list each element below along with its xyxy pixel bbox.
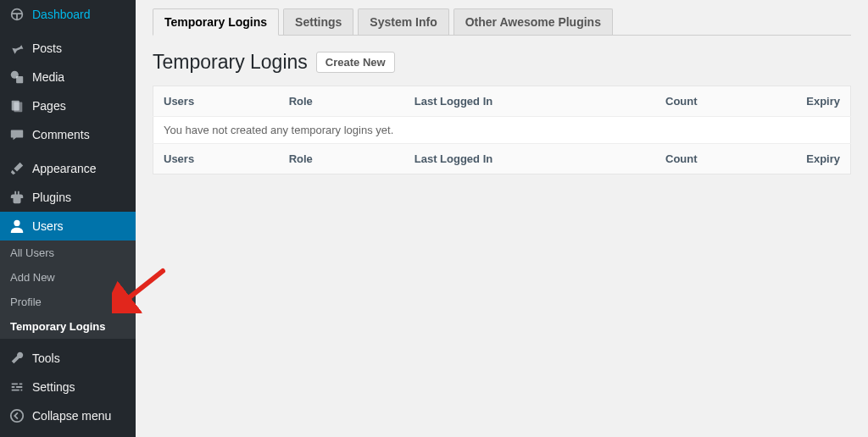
col-users[interactable]: Users bbox=[153, 86, 279, 117]
comment-icon bbox=[8, 126, 25, 143]
tab-label: System Info bbox=[370, 15, 437, 29]
col-role[interactable]: Role bbox=[279, 86, 404, 117]
tab-temporary-logins[interactable]: Temporary Logins bbox=[153, 8, 279, 36]
tab-settings[interactable]: Settings bbox=[283, 8, 353, 35]
empty-message: You have not created any temporary login… bbox=[153, 117, 851, 144]
media-icon bbox=[8, 69, 25, 86]
sidebar-label: Appearance bbox=[32, 162, 97, 175]
submenu-add-new[interactable]: Add New bbox=[0, 265, 136, 290]
sidebar-label: Tools bbox=[32, 351, 60, 365]
col-expiry[interactable]: Expiry bbox=[753, 86, 850, 117]
sidebar-label: Dashboard bbox=[32, 8, 91, 21]
col-expiry[interactable]: Expiry bbox=[753, 144, 850, 174]
sidebar-label: Pages bbox=[32, 99, 66, 113]
table-empty-row: You have not created any temporary login… bbox=[153, 117, 851, 144]
sidebar-item-tools[interactable]: Tools bbox=[0, 344, 136, 373]
submenu-profile[interactable]: Profile bbox=[0, 290, 136, 314]
sidebar-item-users[interactable]: Users bbox=[0, 212, 136, 241]
tab-bar: Temporary Logins Settings System Info Ot… bbox=[153, 0, 851, 36]
pages-icon bbox=[8, 97, 25, 114]
wrench-icon bbox=[8, 350, 25, 367]
pin-icon bbox=[8, 40, 25, 57]
svg-rect-1 bbox=[16, 76, 23, 83]
col-users[interactable]: Users bbox=[153, 144, 279, 174]
tab-system-info[interactable]: System Info bbox=[358, 8, 448, 35]
sidebar-item-collapse[interactable]: Collapse menu bbox=[0, 401, 136, 430]
svg-rect-3 bbox=[14, 102, 22, 113]
tab-label: Settings bbox=[295, 15, 342, 29]
svg-point-5 bbox=[11, 410, 23, 422]
content-area: Temporary Logins Settings System Info Ot… bbox=[136, 0, 868, 191]
submenu-temporary-logins[interactable]: Temporary Logins bbox=[0, 314, 136, 339]
sidebar-item-pages[interactable]: Pages bbox=[0, 91, 136, 120]
tab-other-plugins[interactable]: Other Awesome Plugins bbox=[453, 8, 613, 35]
create-new-button[interactable]: Create New bbox=[316, 52, 395, 73]
page-title: Temporary Logins bbox=[153, 51, 308, 74]
submenu-label: Add New bbox=[10, 271, 55, 284]
sidebar-label: Settings bbox=[32, 380, 75, 394]
sidebar-label: Plugins bbox=[32, 191, 71, 204]
sidebar-item-dashboard[interactable]: Dashboard bbox=[0, 0, 136, 29]
dashboard-icon bbox=[8, 6, 25, 23]
user-icon bbox=[8, 218, 25, 235]
submenu-label: All Users bbox=[10, 246, 54, 259]
temporary-logins-table: Users Role Last Logged In Count Expiry Y… bbox=[153, 86, 851, 174]
submenu-all-users[interactable]: All Users bbox=[0, 241, 136, 265]
admin-sidebar: Dashboard Posts Media Pages Comments App… bbox=[0, 0, 136, 437]
sidebar-label: Comments bbox=[32, 128, 90, 141]
plugin-icon bbox=[8, 189, 25, 206]
sidebar-item-comments[interactable]: Comments bbox=[0, 120, 136, 149]
sidebar-label: Posts bbox=[32, 41, 62, 55]
tab-label: Temporary Logins bbox=[164, 15, 267, 29]
sidebar-label: Users bbox=[32, 219, 64, 233]
table-header-row: Users Role Last Logged In Count Expiry bbox=[153, 86, 851, 117]
sidebar-item-appearance[interactable]: Appearance bbox=[0, 154, 136, 183]
sidebar-label: Collapse menu bbox=[32, 409, 111, 423]
col-count[interactable]: Count bbox=[655, 86, 753, 117]
sidebar-label: Media bbox=[32, 70, 64, 84]
col-last-login[interactable]: Last Logged In bbox=[404, 86, 655, 117]
col-last-login[interactable]: Last Logged In bbox=[404, 144, 655, 174]
submenu-label: Profile bbox=[10, 296, 42, 308]
brush-icon bbox=[8, 160, 25, 177]
col-role[interactable]: Role bbox=[279, 144, 404, 174]
svg-point-4 bbox=[14, 220, 19, 226]
sidebar-item-settings[interactable]: Settings bbox=[0, 373, 136, 401]
sliders-icon bbox=[8, 379, 25, 396]
collapse-icon bbox=[8, 407, 25, 424]
col-count[interactable]: Count bbox=[655, 144, 753, 174]
tab-label: Other Awesome Plugins bbox=[465, 15, 601, 29]
table-footer-row: Users Role Last Logged In Count Expiry bbox=[153, 144, 851, 174]
submenu-label: Temporary Logins bbox=[10, 320, 105, 333]
sidebar-item-plugins[interactable]: Plugins bbox=[0, 183, 136, 212]
sidebar-item-posts[interactable]: Posts bbox=[0, 34, 136, 63]
sidebar-item-media[interactable]: Media bbox=[0, 63, 136, 91]
